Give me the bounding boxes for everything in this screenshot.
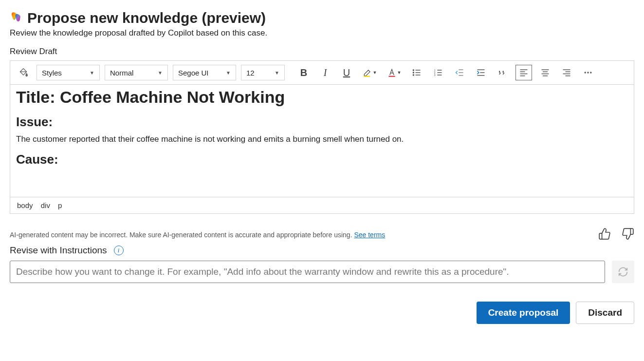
more-options-button[interactable] (580, 65, 596, 80)
thumbs-down-button[interactable] (622, 228, 634, 242)
revise-input[interactable] (10, 261, 605, 283)
font-size-dropdown[interactable]: 12 ▼ (241, 65, 285, 80)
element-path-bar: body div p (10, 197, 634, 213)
format-dropdown-label: Normal (110, 69, 133, 77)
page-title: Propose new knowledge (preview) (27, 10, 266, 26)
numbered-list-button[interactable]: 1 2 3 (430, 65, 446, 80)
rich-text-editor: Styles ▼ Normal ▼ Segoe UI ▼ 12 ▼ B I U … (10, 60, 634, 214)
create-proposal-button[interactable]: Create proposal (477, 302, 570, 324)
blockquote-button[interactable] (494, 65, 511, 80)
thumbs-up-button[interactable] (598, 228, 611, 242)
bold-button[interactable]: B (295, 65, 312, 80)
svg-point-34 (590, 72, 591, 73)
styles-dropdown[interactable]: Styles ▼ (37, 65, 100, 80)
editor-content[interactable]: Title: Coffee Machine Not Working Issue:… (10, 85, 634, 197)
bulleted-list-button[interactable] (408, 65, 425, 80)
revise-label: Revise with Instructions (10, 245, 107, 256)
chevron-down-icon: ▼ (226, 70, 231, 76)
styles-dropdown-label: Styles (42, 69, 62, 77)
format-dropdown[interactable]: Normal ▼ (105, 65, 168, 80)
disclaimer-text: AI-generated content may be incorrect. M… (10, 231, 354, 239)
section-label: Review Draft (10, 47, 634, 57)
toolbar: Styles ▼ Normal ▼ Segoe UI ▼ 12 ▼ B I U … (10, 61, 634, 85)
indent-button[interactable] (473, 65, 489, 80)
refresh-button[interactable] (612, 261, 634, 283)
see-terms-link[interactable]: See terms (354, 231, 385, 239)
font-size-label: 12 (246, 69, 255, 77)
svg-point-7 (413, 75, 414, 76)
align-center-button[interactable] (537, 65, 553, 80)
font-dropdown[interactable]: Segoe UI ▼ (173, 65, 236, 80)
path-body[interactable]: body (17, 201, 33, 209)
outdent-button[interactable] (451, 65, 468, 80)
svg-point-6 (413, 72, 414, 73)
svg-point-32 (585, 72, 586, 73)
align-left-button[interactable] (515, 65, 532, 80)
copilot-icon (10, 11, 22, 25)
svg-rect-0 (364, 76, 370, 77)
chevron-down-icon: ▼ (373, 70, 377, 75)
issue-text: The customer reported that their coffee … (16, 134, 628, 144)
chevron-down-icon: ▼ (90, 70, 94, 76)
font-color-button[interactable]: ▼ (384, 65, 404, 80)
highlight-color-button[interactable]: ▼ (360, 65, 379, 80)
align-right-button[interactable] (558, 65, 575, 80)
chevron-down-icon: ▼ (397, 70, 402, 75)
ai-disclaimer: AI-generated content may be incorrect. M… (10, 231, 385, 239)
document-title: Title: Coffee Machine Not Working (16, 88, 628, 107)
svg-point-33 (587, 72, 589, 73)
format-paint-icon[interactable] (15, 65, 32, 80)
chevron-down-icon: ▼ (158, 70, 163, 76)
discard-button[interactable]: Discard (576, 302, 634, 324)
cause-heading: Cause: (16, 152, 628, 167)
path-div[interactable]: div (41, 201, 50, 209)
svg-point-5 (413, 70, 414, 71)
svg-text:3: 3 (434, 74, 436, 76)
chevron-down-icon: ▼ (275, 70, 279, 76)
underline-button[interactable]: U (338, 65, 355, 80)
issue-heading: Issue: (16, 114, 628, 130)
font-dropdown-label: Segoe UI (178, 69, 209, 77)
page-subtitle: Review the knowledge proposal drafted by… (10, 28, 634, 38)
italic-button[interactable]: I (317, 65, 333, 80)
path-p[interactable]: p (58, 201, 62, 209)
info-icon[interactable]: i (114, 246, 124, 255)
svg-rect-1 (388, 76, 395, 77)
